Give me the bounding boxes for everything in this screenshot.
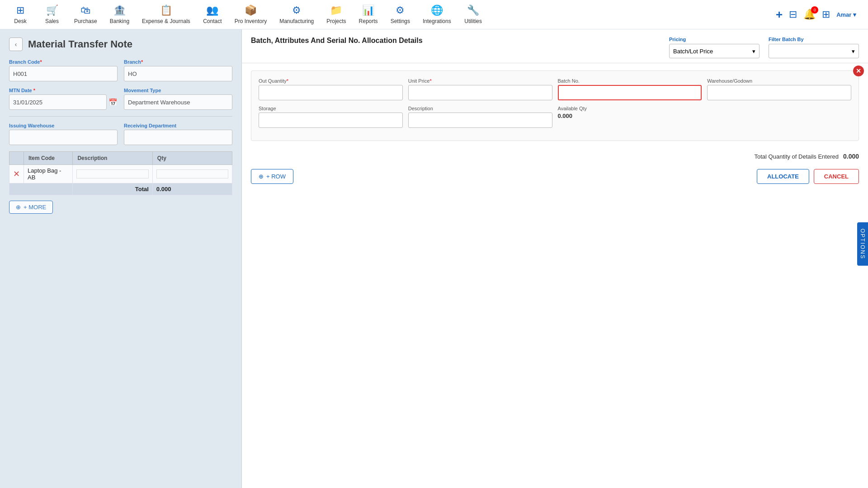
row-description-input[interactable] [76,169,148,178]
branch-code-group: Branch Code* H001 [9,59,118,81]
user-menu[interactable]: Amar ▾ [836,11,856,18]
movement-type-input[interactable]: Department Warehouse [124,94,232,110]
col-qty: Qty [152,152,232,165]
mtn-date-input[interactable] [9,94,107,110]
grid-button[interactable]: ⊞ [822,9,830,20]
notification-badge: 0 [811,6,818,14]
proinventory-icon: 📦 [245,5,257,16]
nav-integrations[interactable]: 🌐 Integrations [416,0,458,29]
nav-utilities[interactable]: 🔧 Utilities [458,0,489,29]
filter-group: Filter Batch By ▾ [769,37,859,58]
nav-proinventory[interactable]: 📦 Pro Inventory [228,0,273,29]
purchase-icon: 🛍 [80,5,90,16]
issuing-warehouse-group: Issuing Warehouse [9,123,118,145]
back-icon: ‹ [15,41,17,48]
nav-sales[interactable]: 🛒 Sales [36,0,68,29]
nav-contact[interactable]: 👥 Contact [197,0,228,29]
nav-integrations-label: Integrations [423,18,451,24]
issuing-warehouse-input[interactable] [9,130,118,145]
add-button[interactable]: + [776,8,783,22]
allocate-button[interactable]: ALLOCATE [757,169,809,184]
col-description: Description [73,152,152,165]
table-row: ✕ Laptop Bag -AB [9,165,232,183]
warehouse-label: Warehouse/Godown [707,78,851,84]
right-header: Batch, Attributes And Serial No. Allocat… [242,29,868,63]
storage-input[interactable] [259,113,403,128]
nav-purchase-label: Purchase [74,18,97,24]
contact-icon: 👥 [206,5,218,16]
movement-type-group: Movement Type Department Warehouse [124,88,232,110]
add-row-button[interactable]: ⊕ + ROW [251,169,293,184]
unit-price-input[interactable] [408,85,552,100]
allocation-title: Batch, Attributes And Serial No. Allocat… [251,37,660,45]
action-buttons: ALLOCATE CANCEL [757,169,859,184]
out-qty-label: Out Quantity* [259,78,403,84]
batch-no-label: Batch No. [558,78,702,84]
close-icon: ✕ [856,67,861,75]
pricing-label: Pricing [669,37,760,42]
left-panel: ‹ Material Transfer Note Branch Code* H0… [0,29,242,488]
nav-projects[interactable]: 📁 Projects [320,0,352,29]
nav-banking[interactable]: 🏦 Banking [104,0,136,29]
nav-sales-label: Sales [45,18,59,24]
summary-label: Total Quantity of Details Entered [755,153,839,160]
description-input[interactable] [408,113,552,128]
available-qty-label: Available Qty [558,106,702,111]
nav-purchase[interactable]: 🛍 Purchase [68,0,104,29]
receiving-dept-label: Receiving Department [124,123,232,128]
branch-code-input[interactable]: H001 [9,66,118,81]
movement-type-label: Movement Type [124,88,232,93]
batch-no-input[interactable] [558,85,702,100]
nav-desk-label: Desk [14,18,26,24]
pricing-select[interactable]: Batch/Lot Price ▾ [669,44,760,58]
total-label-cell [9,183,73,195]
warehouse-input[interactable] [707,85,851,100]
row-qty-input[interactable] [156,169,228,178]
nav-contact-label: Contact [203,18,222,24]
nav-expense[interactable]: 📋 Expense & Journals [136,0,197,29]
close-allocation-button[interactable]: ✕ [853,66,864,76]
nav-manufacturing-label: Manufacturing [279,18,314,24]
expense-icon: 📋 [160,5,172,16]
summary-value: 0.000 [843,153,859,160]
delete-row-button[interactable]: ✕ [13,169,20,178]
issuing-warehouse-label: Issuing Warehouse [9,123,118,128]
filter-select[interactable]: ▾ [769,44,859,58]
total-value: 0.000 [152,183,232,195]
row-qty-cell [152,165,232,183]
filter-label: Filter Batch By [769,37,859,42]
receiving-dept-group: Receiving Department [124,123,232,145]
storage-field: Storage [259,106,403,128]
add-row-icon: ⊕ [259,173,264,180]
nav-reports[interactable]: 📊 Reports [353,0,384,29]
right-panel: Batch, Attributes And Serial No. Allocat… [242,29,868,488]
pricing-value: Batch/Lot Price [673,48,713,55]
back-button[interactable]: ‹ [9,38,23,51]
batch-no-field: Batch No. [558,78,702,100]
notifications-button[interactable]: 🔔 0 [803,9,816,20]
nav-settings[interactable]: ⚙ Settings [384,0,416,29]
total-label: Total [73,183,152,195]
row-item-code-cell: Laptop Bag -AB [24,165,73,183]
description-field: Description [408,106,552,128]
more-button[interactable]: ⊕ + MORE [9,201,53,214]
receiving-dept-input[interactable] [124,130,232,145]
cancel-button[interactable]: CANCEL [814,169,859,184]
calendar-icon[interactable]: 📅 [108,98,118,107]
total-row: Total 0.000 [9,183,232,195]
filter-chevron: ▾ [852,48,855,55]
row-item-code: Laptop Bag -AB [28,167,61,181]
layout-button[interactable]: ⊟ [789,9,797,20]
action-row: ⊕ + ROW ALLOCATE CANCEL [242,164,868,188]
row-description-cell [73,165,152,183]
out-qty-input[interactable] [259,85,403,100]
reports-icon: 📊 [362,5,374,16]
panel-title: Material Transfer Note [28,38,132,50]
nav-manufacturing[interactable]: ⚙ Manufacturing [273,0,320,29]
options-tab[interactable]: OPTIONS [857,222,868,266]
branch-input[interactable]: HO [124,66,232,81]
nav-desk[interactable]: ⊞ Desk [5,0,36,29]
placeholder-field [707,106,851,128]
row-delete-cell: ✕ [9,165,24,183]
branch-code-label: Branch Code* [9,59,118,65]
